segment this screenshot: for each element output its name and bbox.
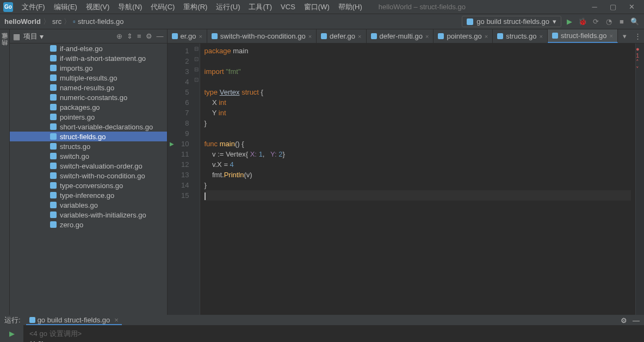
editor-tab[interactable]: structs.go× [493,29,548,43]
go-file-icon [50,84,57,91]
locate-icon[interactable]: ⊕ [116,32,122,40]
file-item[interactable]: variables-with-initializers.go [10,210,167,220]
run-settings-icon[interactable]: ⚙ [621,316,627,325]
hide-icon[interactable]: — [157,32,164,40]
go-file-icon [497,33,503,39]
file-item[interactable]: pointers.go [10,112,167,122]
rerun-icon[interactable]: ▶ [0,327,23,339]
coverage-icon[interactable]: ⟳ [591,17,600,27]
file-item[interactable]: if-with-a-short-statement.go [10,53,167,63]
go-file-icon [50,172,57,179]
menu-nav[interactable]: 导航(N) [114,2,146,12]
file-item[interactable]: structs.go [10,141,167,151]
file-item[interactable]: type-conversions.go [10,181,167,190]
run-hide-icon[interactable]: — [633,316,640,325]
project-panel-title: 项目 [23,32,38,41]
go-file-icon [29,317,35,323]
window-title: helloWorld – struct-fields.go [379,3,466,11]
close-tab-icon[interactable]: × [540,33,543,40]
close-tab-icon[interactable]: × [610,33,613,39]
search-everywhere-icon[interactable]: 🔍 [630,17,640,27]
go-file-icon [212,33,218,39]
go-file-icon [467,18,473,25]
menu-code[interactable]: 代码(C) [146,2,179,12]
project-view-icon[interactable]: ▦ [13,32,20,41]
editor-tab[interactable]: er.go× [168,29,207,43]
menu-edit[interactable]: 编辑(E) [49,2,82,12]
tabs-dropdown-icon[interactable]: ▾ [618,32,631,40]
structure-tool-icon[interactable]: ⊞ [1,33,8,38]
profile-icon[interactable]: ◔ [604,17,614,27]
go-file-icon [50,94,57,101]
debug-button-icon[interactable]: 🐞 [578,17,587,27]
go-file-icon [50,65,57,71]
breadcrumb-file[interactable]: ▫struct-fields.go [73,17,123,26]
code-editor[interactable]: 123456789▶101112131415 ⊟⊡⊟⊡ package main… [168,43,645,315]
go-file-icon [50,45,57,52]
go-file-icon [371,33,377,39]
tabs-more-icon[interactable]: ⋮ [631,32,644,40]
project-panel: ▦ 项目 ▾ ⊕ ⇕ ≡ ⚙ — if-and-else.goif-with-a… [10,29,168,315]
stop-icon[interactable]: ■ [617,17,627,27]
go-file-icon [50,221,57,228]
close-tab-icon[interactable]: × [199,33,202,40]
file-item[interactable]: zero.go [10,220,167,229]
menu-help[interactable]: 帮助(H) [334,2,367,12]
close-tab-icon[interactable]: × [308,33,312,40]
go-file-icon [172,33,178,39]
editor-tab[interactable]: defer-multi.go× [367,29,434,43]
menu-tools[interactable]: 工具(T) [244,2,276,12]
file-item[interactable]: struct-fields.go [10,132,167,141]
menu-run[interactable]: 运行(U) [212,2,244,12]
editor-tab[interactable]: switch-with-no-condition.go× [207,29,317,43]
go-file-icon [50,55,57,61]
menu-file[interactable]: 文件(F) [17,2,49,12]
file-item[interactable]: if-and-else.go [10,43,167,53]
file-item[interactable]: short-variable-declarations.go [10,122,167,132]
menu-view[interactable]: 视图(V) [82,2,114,12]
file-item[interactable]: variables.go [10,200,167,210]
dropdown-icon[interactable]: ▾ [40,32,44,41]
close-tab-icon[interactable]: × [114,316,119,324]
editor-tab[interactable]: struct-fields.go× [548,29,618,43]
go-file-icon [50,123,57,130]
error-indicator[interactable]: ● 1 ˄ ˅ [636,46,643,73]
file-item[interactable]: type-inference.go [10,190,167,200]
file-item[interactable]: named-results.go [10,83,167,92]
go-file-icon [50,192,57,198]
file-item[interactable]: imports.go [10,63,167,73]
run-output[interactable]: <4 go 设置调用> {4 2} 进程完成，并显示退出代码 0 [24,325,644,342]
minimize-icon[interactable]: ─ [585,3,604,11]
go-file-icon [552,33,558,39]
left-tool-strip: ⊞ 收藏 结构 [0,29,10,315]
close-tab-icon[interactable]: × [425,33,429,40]
go-file-icon [50,202,57,208]
go-file-icon [50,74,57,81]
menu-window[interactable]: 窗口(W) [300,2,334,12]
maximize-icon[interactable]: ▢ [604,3,622,11]
menu-vcs[interactable]: VCS [276,3,300,11]
editor-tab[interactable]: defer.go× [317,29,366,43]
run-config-selector[interactable]: go build struct-fields.go ▾ [462,16,561,27]
collapse-icon[interactable]: ≡ [137,32,141,40]
go-file-icon [321,33,327,39]
file-item[interactable]: switch-with-no-condition.go [10,171,167,181]
menu-refactor[interactable]: 重构(R) [179,2,212,12]
file-item[interactable]: multiple-results.go [10,73,167,83]
breadcrumb-project[interactable]: helloWorld [4,17,41,26]
file-item[interactable]: packages.go [10,102,167,112]
close-tab-icon[interactable]: × [485,33,488,40]
run-button-icon[interactable]: ▶ [565,17,574,27]
settings-icon[interactable]: ⚙ [146,32,152,40]
breadcrumb-dir[interactable]: src [52,17,61,26]
close-icon[interactable]: ✕ [622,3,641,11]
file-item[interactable]: switch-evaluation-order.go [10,161,167,171]
run-tab[interactable]: go build struct-fields.go × [26,315,122,325]
navbar: helloWorld 〉 src 〉 ▫struct-fields.go go … [0,14,644,29]
close-tab-icon[interactable]: × [358,33,361,40]
expand-icon[interactable]: ⇕ [127,32,133,40]
file-item[interactable]: switch.go [10,151,167,161]
menubar: Go 文件(F) 编辑(E) 视图(V) 导航(N) 代码(C) 重构(R) 运… [0,0,644,14]
file-item[interactable]: numeric-constants.go [10,92,167,102]
editor-tab[interactable]: pointers.go× [434,29,493,43]
